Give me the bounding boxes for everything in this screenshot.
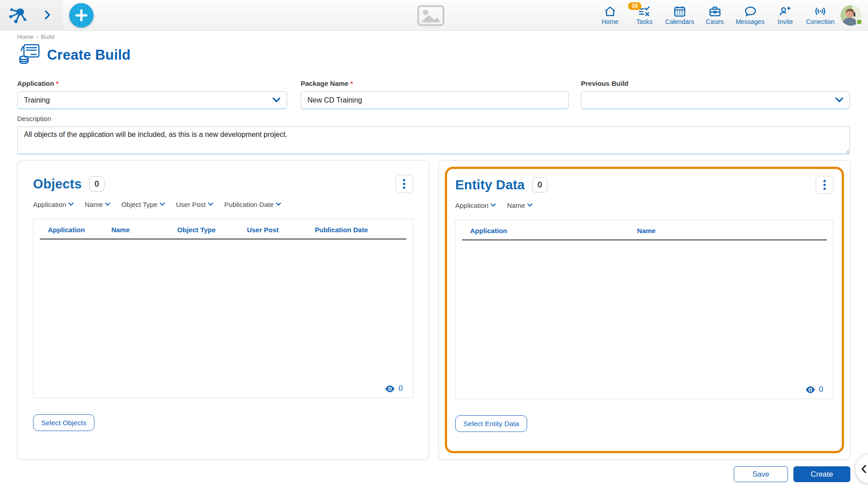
description-label: Description	[17, 115, 850, 122]
chevron-down-icon	[208, 202, 213, 206]
entity-menu-button[interactable]	[816, 176, 834, 194]
column-header[interactable]: Name	[111, 226, 177, 234]
objects-filter-row: Application Name Object Type User Post P…	[33, 199, 413, 210]
breadcrumb-home[interactable]: Home	[17, 33, 33, 40]
objects-table-header: Application Name Object Type User Post P…	[40, 219, 406, 239]
top-header-bar: Home 10 Tasks	[0, 0, 868, 31]
entity-count-badge: 0	[532, 177, 548, 192]
chevron-down-icon	[273, 96, 280, 104]
previous-build-select[interactable]	[581, 91, 850, 109]
objects-panel-title: Objects	[33, 177, 82, 192]
filter-application[interactable]: Application	[33, 201, 74, 208]
tasks-count-badge: 10	[628, 2, 641, 10]
column-header[interactable]: User Post	[247, 226, 315, 234]
nav-label: Home	[602, 19, 618, 25]
nav-item-home[interactable]: Home	[595, 3, 624, 25]
nav-label: Tasks	[636, 19, 652, 25]
chevron-down-icon	[276, 202, 281, 206]
eye-icon	[805, 386, 816, 394]
chevron-left-icon	[861, 465, 866, 473]
application-value: Training	[24, 96, 273, 104]
chat-bubble-icon	[744, 4, 756, 17]
chevron-down-icon	[68, 202, 74, 206]
required-asterisk: *	[350, 80, 353, 87]
calendar-icon	[674, 4, 686, 17]
nav-item-messages[interactable]: Messages	[735, 3, 765, 25]
save-button[interactable]: Save	[734, 466, 788, 482]
breadcrumb: Home›Build	[17, 33, 55, 40]
filter-publication-date[interactable]: Publication Date	[224, 201, 281, 208]
column-header[interactable]: Publication Date	[315, 226, 406, 234]
objects-count-badge: 0	[89, 176, 105, 192]
chevron-down-icon	[160, 202, 165, 206]
application-label: Application*	[17, 80, 287, 87]
required-asterisk: *	[56, 80, 59, 87]
user-avatar[interactable]	[840, 5, 861, 26]
entity-visible-count[interactable]: 0	[805, 385, 823, 394]
chevron-down-icon	[527, 203, 533, 207]
nav-item-tasks[interactable]: 10 Tasks	[630, 3, 659, 25]
chevron-down-icon	[491, 203, 496, 207]
select-entity-data-button[interactable]: Select Entity Data	[455, 415, 527, 432]
objects-menu-button[interactable]	[395, 175, 413, 193]
objects-visible-count[interactable]: 0	[385, 384, 403, 393]
entity-table-header: Application Name	[462, 220, 827, 240]
connection-signal-icon	[814, 4, 826, 17]
entity-data-highlight-frame: Entity Data 0 Application Name Applicati…	[445, 167, 844, 453]
breadcrumb-current: Build	[41, 33, 55, 40]
application-select[interactable]: Training	[17, 91, 287, 109]
breadcrumb-separator: ›	[36, 33, 38, 40]
filter-object-type[interactable]: Object Type	[121, 201, 165, 208]
filter-name[interactable]: Name	[85, 201, 110, 208]
online-status-dot	[856, 19, 863, 25]
column-header[interactable]: Name	[637, 227, 827, 235]
package-name-input[interactable]	[301, 91, 569, 109]
collapse-panel-toggle[interactable]	[855, 455, 868, 483]
package-name-label: Package Name*	[301, 80, 569, 87]
filter-application[interactable]: Application	[455, 202, 496, 209]
app-logo-icon[interactable]	[7, 5, 28, 26]
column-header[interactable]: Object Type	[177, 226, 247, 234]
main-navigation: Home 10 Tasks	[595, 3, 835, 25]
entity-table: Application Name 0	[455, 220, 834, 399]
nav-label: Conection	[806, 19, 835, 25]
previous-build-label: Previous Build	[581, 80, 850, 87]
briefcase-icon	[709, 4, 721, 17]
sidebar-expand-chevron-icon[interactable]	[44, 10, 51, 22]
add-button[interactable]	[69, 3, 94, 28]
page-title: Create Build	[47, 47, 131, 63]
chevron-down-icon	[835, 96, 843, 104]
nav-item-cases[interactable]: Cases	[700, 3, 729, 25]
invite-user-icon	[779, 4, 791, 17]
nav-item-conection[interactable]: Conection	[805, 3, 835, 25]
create-button[interactable]: Create	[793, 466, 850, 482]
objects-table: Application Name Object Type User Post P…	[33, 219, 413, 398]
column-header[interactable]: Application	[462, 227, 637, 235]
select-objects-button[interactable]: Select Objects	[33, 414, 94, 431]
objects-panel: Objects 0 Application Name Object Type U…	[17, 160, 429, 460]
nav-label: Cases	[706, 19, 724, 25]
entity-data-panel: Entity Data 0 Application Name Applicati…	[439, 160, 850, 460]
kebab-icon	[403, 178, 406, 189]
nav-item-calendars[interactable]: Calendars	[664, 3, 695, 25]
page-title-row: Create Build	[18, 43, 131, 67]
logo-block	[0, 0, 63, 31]
image-placeholder-icon	[417, 5, 445, 28]
kebab-icon	[823, 179, 826, 190]
filter-user-post[interactable]: User Post	[176, 201, 213, 208]
eye-icon	[385, 385, 395, 393]
filter-name[interactable]: Name	[507, 202, 533, 209]
nav-label: Calendars	[665, 19, 694, 25]
create-build-icon	[18, 43, 41, 67]
column-header[interactable]: Application	[40, 226, 111, 234]
entity-panel-title: Entity Data	[455, 178, 525, 192]
chevron-down-icon	[105, 202, 110, 206]
home-icon	[604, 4, 616, 17]
nav-label: Messages	[736, 19, 764, 25]
nav-label: Invite	[778, 19, 793, 25]
description-textarea[interactable]: All objects of the application will be i…	[17, 127, 850, 155]
entity-filter-row: Application Name	[455, 200, 834, 211]
nav-item-invite[interactable]: Invite	[771, 3, 800, 25]
